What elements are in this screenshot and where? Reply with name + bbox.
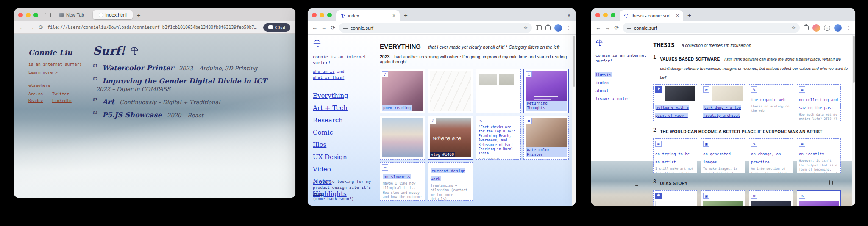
- scrollbar[interactable]: [852, 35, 855, 206]
- scrollbar[interactable]: [572, 35, 576, 206]
- side-panel-icon[interactable]: [536, 25, 542, 30]
- refresh-icon[interactable]: ⟳: [39, 25, 43, 30]
- social-link-readcv[interactable]: Readcv: [28, 98, 52, 103]
- card-label[interactable]: software with a point of view - Chinatow…: [655, 105, 693, 121]
- new-tab-button[interactable]: +: [135, 11, 142, 19]
- card-generated-images[interactable]: ▣ on generated images To make images, is…: [701, 138, 745, 173]
- card-poem-reading[interactable]: ♪ poem reading: [380, 69, 425, 113]
- who-am-i-link[interactable]: who am I?: [313, 69, 334, 74]
- close-button[interactable]: [595, 13, 600, 17]
- card-find-your-self[interactable]: ▣ Find Your Self: [701, 190, 745, 206]
- nav-index[interactable]: index: [595, 80, 648, 85]
- filter-ux-design[interactable]: UX Design: [313, 153, 376, 161]
- back-icon[interactable]: ←: [595, 25, 601, 30]
- project-link[interactable]: Art: [102, 98, 114, 106]
- card-on-slowness[interactable]: ≡ on slowness Maybe I like how illogical…: [380, 162, 425, 201]
- menu-kebab-icon[interactable]: ⋮: [566, 25, 571, 30]
- card-fact-check-paper[interactable]: ✎ "Fact-checks are for the Top 0.1%": Ex…: [476, 116, 521, 160]
- card-sketch[interactable]: [428, 69, 473, 113]
- refresh-icon[interactable]: ⟳: [614, 25, 619, 30]
- minimize-button[interactable]: [320, 13, 324, 17]
- filter-art-tech[interactable]: Art + Tech: [313, 104, 376, 112]
- filter-illos[interactable]: Illos: [313, 141, 376, 149]
- chat-button[interactable]: Chat: [263, 23, 290, 32]
- project-link[interactable]: P5.JS Showcase: [102, 111, 161, 119]
- bookmark-star-icon[interactable]: ☆: [791, 25, 796, 30]
- address-bar[interactable]: connie.surf ☆: [339, 23, 532, 33]
- card-watercolor-printer[interactable]: ≡ Watercolor Printer: [523, 116, 569, 160]
- card-change-practice[interactable]: ✎ on change, on practice An intersection…: [749, 138, 793, 173]
- filter-video[interactable]: Video: [313, 165, 376, 173]
- forward-icon[interactable]: →: [321, 25, 327, 30]
- tab-thesis[interactable]: thesis - connie surf ×: [620, 10, 683, 21]
- social-link-twitter[interactable]: Twitter: [52, 91, 76, 96]
- address-url[interactable]: connie.surf: [351, 25, 373, 30]
- card-link-dump[interactable]: ∞ link dump - a low fidelity archival to…: [701, 84, 745, 121]
- card-label[interactable]: link dump - a low fidelity archival tool: [703, 105, 741, 121]
- tab-index-html[interactable]: index.html: [93, 10, 133, 19]
- forward-icon[interactable]: →: [605, 25, 610, 30]
- learn-more-link[interactable]: Learn more >: [28, 70, 58, 74]
- nav-leave-a-note[interactable]: leave a note!: [595, 96, 648, 101]
- site-info-icon[interactable]: [627, 26, 631, 30]
- note-title[interactable]: on change, on practice: [751, 152, 781, 164]
- back-icon[interactable]: ←: [19, 25, 25, 30]
- site-info-icon[interactable]: [343, 26, 348, 30]
- sidebar-toggle-icon[interactable]: [45, 13, 51, 17]
- note-title[interactable]: on identity: [799, 152, 824, 156]
- minimize-button[interactable]: [603, 13, 608, 17]
- note-title[interactable]: on slowness: [383, 174, 411, 179]
- card-current-design-work[interactable]: current design work freelancing + atlass…: [428, 162, 473, 201]
- nav-thesis[interactable]: thesis: [595, 72, 612, 77]
- new-tab-button[interactable]: +: [404, 11, 408, 19]
- filter-comic[interactable]: Comic: [313, 129, 376, 136]
- tab-search-chevron-icon[interactable]: ∨: [568, 13, 570, 17]
- what-is-this-link[interactable]: what is this?: [313, 75, 344, 80]
- address-url[interactable]: file:///Users/connieliu/Downloads/connie…: [47, 25, 259, 30]
- profile-avatar[interactable]: [554, 24, 562, 32]
- card-vlog[interactable]: ♪ where are vlog #1460: [428, 116, 473, 160]
- address-bar[interactable]: connie.surf ☆: [623, 23, 800, 33]
- zoom-button[interactable]: [611, 13, 615, 17]
- close-button[interactable]: [312, 13, 317, 17]
- minimize-button[interactable]: [26, 13, 31, 17]
- card-software-pov[interactable]: software with a point of view - Chinatow…: [653, 84, 697, 121]
- tab-close-icon[interactable]: ×: [676, 13, 679, 19]
- note-title[interactable]: current design work: [431, 168, 465, 181]
- card-url-message[interactable]: ∞ url message: [749, 190, 793, 206]
- menu-kebab-icon[interactable]: ⋮: [846, 25, 851, 30]
- note-title[interactable]: on generated images: [703, 152, 731, 164]
- note-title[interactable]: the organic web: [751, 98, 785, 102]
- note-title[interactable]: on collecting and saving the past: [799, 98, 838, 110]
- extensions-icon[interactable]: [804, 25, 809, 30]
- back-icon[interactable]: ←: [312, 25, 317, 30]
- card-comic[interactable]: [476, 69, 521, 113]
- filter-everything[interactable]: Everything: [313, 92, 376, 99]
- tab-index[interactable]: index ×: [336, 10, 400, 21]
- filter-research[interactable]: Research: [313, 116, 376, 124]
- profile-avatar[interactable]: [834, 24, 842, 32]
- downloads-icon[interactable]: ↓: [824, 25, 830, 31]
- nav-about[interactable]: about: [595, 88, 648, 93]
- zoom-button[interactable]: [33, 13, 38, 17]
- paper-title[interactable]: "Fact-checks are for the Top 0.1%": Exam…: [479, 125, 518, 156]
- card-returning-thoughts[interactable]: ⚓ Returning Thoughts: [523, 69, 569, 113]
- theme-avatar[interactable]: [812, 24, 820, 32]
- tab-close-icon[interactable]: ×: [392, 13, 395, 19]
- card-rlg[interactable]: RLG (Random Luck Generator): [653, 190, 697, 206]
- project-link[interactable]: Improving the Gender Digital Divide in I…: [102, 77, 267, 85]
- note-title[interactable]: on trying to be an artist: [655, 152, 690, 164]
- card-identity[interactable]: ≡ on identity However, it isn't the outp…: [797, 138, 841, 173]
- card-organic-web[interactable]: ✎ the organic web thesis on ecology on t…: [749, 84, 793, 121]
- bookmark-star-icon[interactable]: ☆: [523, 25, 528, 30]
- close-button[interactable]: [18, 13, 23, 17]
- extensions-icon[interactable]: [545, 25, 551, 30]
- refresh-icon[interactable]: ⟳: [331, 25, 335, 30]
- address-url[interactable]: connie.surf: [634, 25, 657, 30]
- social-link-linkedin[interactable]: LinkedIn: [52, 98, 76, 103]
- card-sky-photo[interactable]: [380, 116, 425, 160]
- new-tab-button[interactable]: +: [687, 11, 691, 19]
- zoom-button[interactable]: [327, 13, 332, 17]
- social-link-arena[interactable]: Are.na: [28, 91, 52, 96]
- card-trying-to-be-artist[interactable]: ≡ on trying to be an artist I still make…: [653, 138, 697, 173]
